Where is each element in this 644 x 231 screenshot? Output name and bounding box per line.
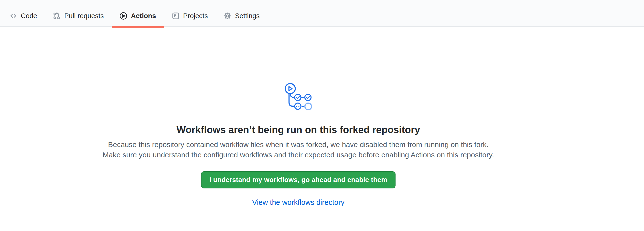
tab-code[interactable]: Code xyxy=(2,0,45,27)
view-workflows-directory-link[interactable]: View the workflows directory xyxy=(252,198,344,206)
enable-workflows-button[interactable]: I understand my workflows, go ahead and … xyxy=(201,171,396,188)
tab-actions[interactable]: Actions xyxy=(112,0,164,27)
repo-tab-bar: Code Pull requests Actions xyxy=(0,0,644,27)
tab-label: Pull requests xyxy=(64,13,104,19)
gear-icon xyxy=(224,12,231,20)
project-icon xyxy=(172,12,180,20)
tab-label: Projects xyxy=(183,13,208,19)
blankslate-description: Because this repository contained workfl… xyxy=(99,139,498,160)
blankslate: Workflows aren’t being run on this forke… xyxy=(99,83,498,206)
tab-settings[interactable]: Settings xyxy=(216,0,268,27)
git-pull-request-icon xyxy=(53,12,60,20)
tab-pull-requests[interactable]: Pull requests xyxy=(45,0,112,27)
tab-label: Settings xyxy=(235,13,260,19)
tab-label: Code xyxy=(21,13,37,19)
workflow-graph-icon xyxy=(99,83,498,113)
tab-projects[interactable]: Projects xyxy=(164,0,216,27)
code-icon xyxy=(9,12,17,20)
blankslate-title: Workflows aren’t being run on this forke… xyxy=(99,124,498,136)
play-circle-icon xyxy=(120,12,127,20)
tab-label: Actions xyxy=(131,13,156,19)
link-row: View the workflows directory xyxy=(99,198,498,206)
